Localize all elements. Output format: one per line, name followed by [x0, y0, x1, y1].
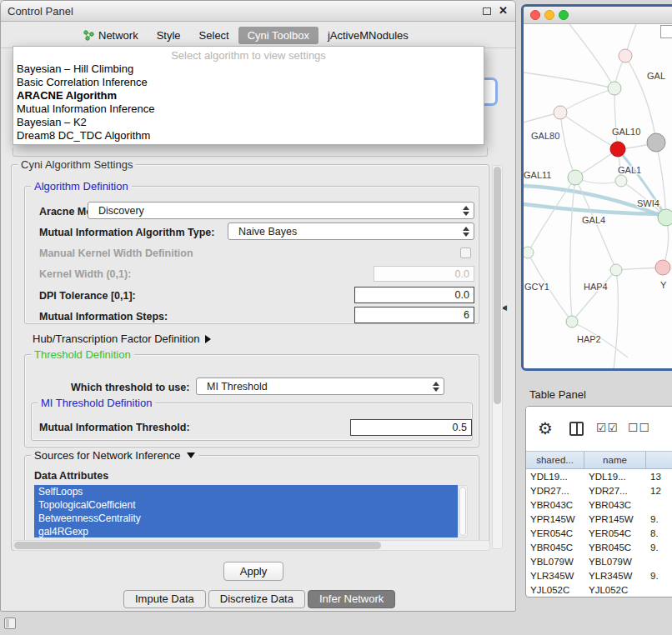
minimize-traffic-light-icon[interactable] — [544, 10, 554, 20]
zoom-traffic-light-icon[interactable] — [559, 10, 569, 20]
mi-steps-label: Mutual Information Steps: — [39, 311, 168, 322]
top-tab-bar: Network Style Select Cyni Toolbox jActiv… — [1, 22, 515, 48]
section-label: Hub/Transcription Factor Definition — [33, 332, 199, 345]
clear-all-checkboxes-icon[interactable]: ☐☐ — [628, 421, 650, 434]
tab-style[interactable]: Style — [148, 27, 190, 44]
tab-discretize-data[interactable]: Discretize Data — [208, 590, 305, 608]
columns-icon[interactable] — [569, 422, 584, 436]
expand-right-icon[interactable] — [205, 335, 211, 343]
data-attributes-list: SelfLoops TopologicalCoefficient Between… — [34, 485, 458, 538]
mi-algorithm-type-combobox[interactable]: Naive Bayes — [228, 222, 474, 240]
cell: 13 — [646, 470, 672, 484]
list-item-selected[interactable]: TopologicalCoefficient — [34, 498, 458, 512]
cell: YJL052C — [584, 583, 646, 598]
algorithm-option[interactable]: Mutual Information Inference — [13, 102, 484, 116]
algorithm-option[interactable]: Bayesian – Hill Climbing — [13, 62, 484, 76]
tab-network[interactable]: Network — [74, 27, 148, 44]
table-row[interactable]: YBR045C YBR045C 9. — [526, 541, 672, 555]
network-node-pink[interactable] — [655, 260, 670, 275]
network-window-titlebar[interactable] — [524, 7, 672, 24]
table-row[interactable]: YPR145W YPR145W 9. — [526, 512, 672, 527]
node-label: GAL10 — [612, 127, 640, 137]
tab-impute-data[interactable]: Impute Data — [123, 590, 206, 608]
cell: YBR045C — [584, 541, 646, 555]
network-node-red[interactable] — [610, 142, 625, 157]
network-edge — [614, 88, 618, 149]
network-node[interactable] — [608, 82, 621, 95]
float-window-icon[interactable] — [483, 8, 491, 15]
network-node[interactable] — [524, 247, 534, 258]
table-row[interactable]: YER054C YER054C 8. — [526, 527, 672, 541]
combobox-stepper-icon[interactable] — [463, 227, 469, 237]
table-row[interactable]: YBR043C YBR043C — [526, 498, 672, 512]
window-title: Control Panel — [8, 5, 73, 18]
network-node[interactable] — [615, 175, 627, 187]
control-panel-titlebar[interactable]: Control Panel ✕ — [1, 1, 515, 22]
tab-infer-network[interactable]: Infer Network — [308, 590, 395, 608]
list-item-selected[interactable]: SelfLoops — [34, 485, 458, 498]
settings-vertical-scrollbar[interactable] — [492, 165, 503, 549]
algorithm-option-selected[interactable]: ARACNE Algorithm — [13, 89, 484, 102]
mi-steps-field[interactable]: 6 — [354, 307, 474, 323]
table-row[interactable]: YDL19... YDL19... 13 — [526, 470, 672, 484]
manual-kernel-width-checkbox[interactable] — [460, 248, 471, 258]
tab-cyni-toolbox[interactable]: Cyni Toolbox — [238, 27, 318, 44]
cell: 9. — [646, 512, 672, 527]
apply-button[interactable]: Apply — [223, 562, 283, 581]
tab-select[interactable]: Select — [190, 27, 238, 44]
cell: YDL19... — [526, 470, 584, 484]
combobox-stepper-icon[interactable] — [463, 206, 469, 216]
aracne-mode-combobox[interactable]: Discovery — [88, 202, 474, 219]
network-canvas[interactable]: GAL GAL80 GAL10 GAL11 GAL1 SWI4 GAL4 GCY… — [524, 24, 672, 368]
combobox-stepper-icon[interactable] — [433, 382, 439, 392]
gear-icon[interactable]: ⚙ — [538, 418, 553, 438]
select-all-checkboxes-icon[interactable]: ☑☑ — [596, 421, 619, 434]
network-node-gray[interactable] — [647, 133, 665, 152]
network-icon — [83, 30, 94, 41]
close-traffic-light-icon[interactable] — [530, 10, 540, 20]
kernel-width-field[interactable]: 0.0 — [374, 266, 474, 282]
collapse-down-icon[interactable] — [187, 452, 195, 458]
mi-threshold-field[interactable]: 0.5 — [350, 419, 472, 436]
which-threshold-label: Which threshold to use: — [71, 382, 189, 393]
column-header-partial[interactable] — [646, 452, 672, 468]
network-node[interactable] — [566, 316, 578, 328]
column-header-shared-name[interactable]: shared... — [526, 452, 584, 468]
scrollbar-thumb[interactable] — [14, 542, 381, 549]
scrollbar-thumb[interactable] — [459, 487, 466, 536]
hub-tf-definition-section[interactable]: Hub/Transcription Factor Definition — [33, 332, 211, 345]
sources-section[interactable]: Sources for Network Inference — [31, 449, 198, 462]
algorithm-option[interactable]: Bayesian – K2 — [13, 116, 484, 129]
table-row[interactable]: YLR345W YLR345W 9. — [526, 569, 672, 583]
which-threshold-combobox[interactable]: MI Threshold — [196, 378, 444, 395]
cell: YER054C — [584, 527, 646, 541]
list-item-selected[interactable]: gal4RGexp — [34, 525, 458, 538]
algorithm-option[interactable]: Dream8 DC_TDC Algorithm — [13, 129, 484, 142]
bottom-tab-bar: Impute Data Discretize Data Infer Networ… — [123, 590, 395, 608]
network-node-green[interactable] — [658, 209, 672, 226]
node-label: GAL80 — [531, 131, 559, 141]
attributes-list-scrollbar[interactable] — [458, 485, 468, 538]
tab-label: jActiveMNodules — [328, 29, 409, 42]
network-node[interactable] — [568, 170, 583, 185]
table-row[interactable]: YBL079W YBL079W — [526, 555, 672, 569]
network-node[interactable] — [554, 106, 567, 119]
settings-horizontal-scrollbar[interactable] — [13, 540, 490, 551]
cell: 9. — [646, 541, 672, 555]
close-icon[interactable]: ✕ — [499, 4, 508, 17]
table-panel-title: Table Panel — [529, 388, 586, 401]
tab-jactivemnodules[interactable]: jActiveMNodules — [318, 27, 418, 44]
cell: YPR145W — [584, 512, 646, 527]
scrollbar-thumb[interactable] — [494, 167, 501, 404]
network-node[interactable] — [610, 264, 622, 276]
table-row[interactable]: YDR27... YDR27... 12 — [526, 484, 672, 498]
table-row[interactable]: YJL052C YJL052C — [526, 583, 672, 598]
dpi-tolerance-field[interactable]: 0.0 — [354, 287, 474, 303]
algorithm-dropdown-popup: Select algorithm to view settings Bayesi… — [13, 46, 484, 145]
network-edge — [560, 112, 575, 178]
network-node[interactable] — [619, 49, 632, 62]
column-header-name[interactable]: name — [584, 452, 646, 468]
panel-dock-icon[interactable] — [4, 618, 16, 629]
list-item-selected[interactable]: BetweennessCentrality — [34, 512, 458, 525]
algorithm-option[interactable]: Basic Correlation Inference — [13, 76, 484, 89]
